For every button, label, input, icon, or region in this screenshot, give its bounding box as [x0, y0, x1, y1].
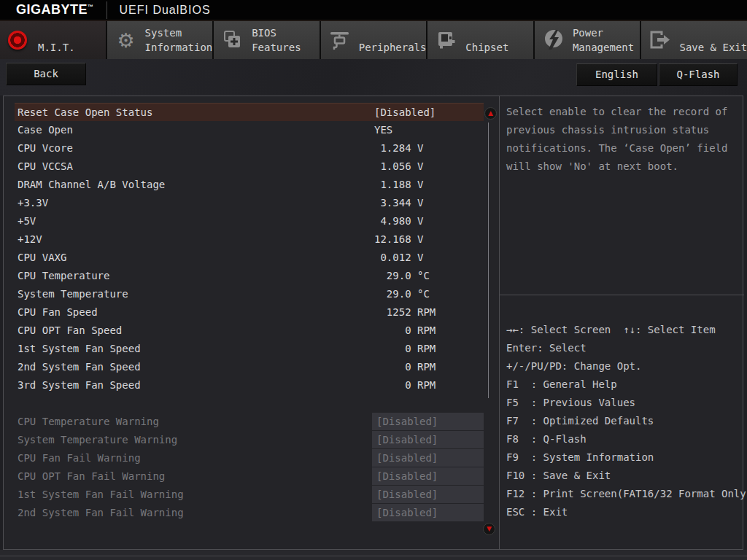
setting-value: [Disabled] [372, 449, 484, 467]
tab-label: Power [573, 26, 634, 40]
language-button[interactable]: English [576, 63, 657, 86]
list-section-gap [4, 394, 499, 413]
setting-row[interactable]: DRAM Channel A/B Voltage 1.188 V [15, 176, 484, 194]
setting-value: YES [374, 121, 392, 139]
setting-row[interactable]: System Temperature 29.0 °C [15, 285, 484, 303]
setting-row[interactable]: CPU OPT Fan Fail Warning [Disabled] [15, 467, 484, 486]
setting-label: CPU Temperature [15, 270, 109, 281]
top-bar: GIGABYTE™ UEFI DualBIOS [0, 0, 747, 21]
setting-value: 0.012 V [374, 249, 423, 267]
legend-line: F8 : Q-Flash [506, 430, 747, 448]
setting-row[interactable]: CPU Temperature Warning [Disabled] [15, 413, 484, 431]
setting-value: [Disabled] [372, 504, 484, 521]
tab-chipset[interactable]: Chipset [427, 21, 533, 59]
scroll-down-icon[interactable]: ▼ [483, 523, 495, 535]
setting-value: [Disabled] [372, 467, 484, 485]
setting-value: 29.0 °C [374, 267, 430, 285]
setting-row[interactable]: 2nd System Fan Fail Warning [Disabled] [15, 504, 484, 522]
setting-value: 1.056 V [374, 158, 423, 176]
setting-row[interactable]: CPU Temperature 29.0 °C [15, 267, 484, 285]
legend-line: Enter: Select [506, 339, 747, 357]
setting-row[interactable]: CPU Fan Fail Warning [Disabled] [15, 449, 484, 467]
setting-row[interactable]: CPU Vcore 1.284 V [15, 139, 484, 158]
save-exit-icon [648, 28, 673, 52]
key-legend: →←: Select Screen ↑↓: Select Item Enter:… [506, 321, 747, 521]
setting-value: [Disabled] [372, 413, 484, 430]
setting-value: 0 RPM [374, 358, 436, 376]
tab-bios-features[interactable]: BIOSFeatures [214, 21, 320, 59]
legend-line: F10 : Save & Exit [506, 467, 747, 485]
setting-row[interactable]: System Temperature Warning [Disabled] [15, 431, 484, 449]
header-divider [107, 1, 107, 19]
legend-line: F12 : Print Screen(FAT16/32 Format Only) [506, 485, 747, 503]
setting-row[interactable]: CPU VAXG 0.012 V [15, 249, 484, 267]
setting-label: CPU Vcore [15, 142, 73, 154]
tab-save-exit[interactable]: Save & Exit [641, 21, 747, 59]
setting-label: 1st System Fan Fail Warning [15, 489, 184, 500]
gigabyte-logo: GIGABYTE™ [16, 2, 94, 18]
setting-label: CPU Fan Speed [15, 306, 98, 318]
setting-value: 1.284 V [374, 139, 423, 158]
legend-line: F1 : General Help [506, 376, 747, 394]
power-bolt-icon [541, 28, 566, 52]
legend-line: F7 : Optimized Defaults [506, 412, 747, 430]
tab-mit[interactable]: M.I.T. [0, 21, 106, 59]
tab-peripherals[interactable]: Peripherals [321, 21, 427, 59]
tab-bar: M.I.T. ⚙ SystemInformation BIOSFeatures … [0, 21, 747, 59]
scrollbar[interactable] [488, 122, 489, 398]
legend-line: +/-/PU/PD: Change Opt. [506, 357, 747, 376]
legend-line: F9 : System Information [506, 448, 747, 467]
setting-value: 12.168 V [374, 230, 423, 249]
setting-row[interactable]: 1st System Fan Speed 0 RPM [15, 340, 484, 358]
setting-label: +3.3V [15, 197, 48, 209]
setting-row[interactable]: 3rd System Fan Speed 0 RPM [15, 376, 484, 394]
setting-value: [Disabled] [372, 431, 484, 448]
setting-row[interactable]: CPU Fan Speed 1252 RPM [15, 303, 484, 322]
help-line: Select enable to clear the record of [506, 103, 727, 121]
setting-value: 0 RPM [374, 376, 436, 394]
tab-system-information[interactable]: ⚙ SystemInformation [107, 21, 213, 59]
peripherals-icon [328, 28, 352, 52]
tab-label: Save & Exit [679, 40, 747, 55]
back-button[interactable]: Back [6, 63, 86, 85]
setting-label: Reset Case Open Status [15, 106, 152, 118]
secondary-toolbar: Back English Q-Flash [0, 59, 747, 96]
info-gear-icon: ⚙ [114, 28, 139, 52]
setting-row[interactable]: Case Open YES [15, 121, 484, 139]
setting-row[interactable]: 1st System Fan Fail Warning [Disabled] [15, 486, 484, 504]
help-legend-divider [500, 295, 744, 295]
help-pane: Select enable to clear the record of pre… [499, 96, 744, 549]
setting-row[interactable]: CPU OPT Fan Speed 0 RPM [15, 322, 484, 340]
tab-label [465, 26, 508, 40]
bios-chip-icon [220, 28, 245, 52]
setting-value: 1252 RPM [374, 303, 436, 322]
tab-label [679, 26, 747, 40]
setting-value: 0 RPM [374, 322, 436, 340]
setting-label: System Temperature Warning [15, 434, 177, 446]
qflash-button[interactable]: Q-Flash [659, 63, 738, 86]
setting-label: CPU OPT Fan Fail Warning [15, 470, 165, 482]
setting-row[interactable]: +3.3V 3.344 V [15, 194, 484, 212]
setting-row[interactable]: Reset Case Open Status [Disabled] [15, 103, 484, 121]
setting-value: 3.344 V [374, 194, 423, 212]
tab-power-management[interactable]: PowerManagement [535, 21, 640, 59]
chipset-icon [434, 28, 459, 52]
tab-label [38, 26, 75, 40]
tab-label: Management [573, 40, 634, 55]
setting-row[interactable]: +12V 12.168 V [15, 230, 484, 249]
main-panel: Reset Case Open Status [Disabled] Case O… [3, 96, 743, 550]
setting-value: 0 RPM [374, 340, 436, 358]
scroll-up-icon[interactable]: ▲ [484, 107, 497, 120]
setting-row[interactable]: 2nd System Fan Speed 0 RPM [15, 358, 484, 376]
help-text: Select enable to clear the record of pre… [506, 103, 727, 176]
legend-line: ESC : Exit [506, 503, 747, 521]
setting-label: System Temperature [15, 288, 128, 300]
setting-value: [Disabled] [372, 486, 484, 503]
tab-label: System [145, 26, 213, 40]
setting-label: 1st System Fan Speed [15, 343, 141, 354]
setting-row[interactable]: CPU VCCSA 1.056 V [15, 158, 484, 176]
tab-label [359, 26, 427, 40]
setting-row[interactable]: +5V 4.980 V [15, 212, 484, 230]
tab-label: Chipset [465, 40, 508, 55]
setting-value: 4.980 V [374, 212, 423, 230]
